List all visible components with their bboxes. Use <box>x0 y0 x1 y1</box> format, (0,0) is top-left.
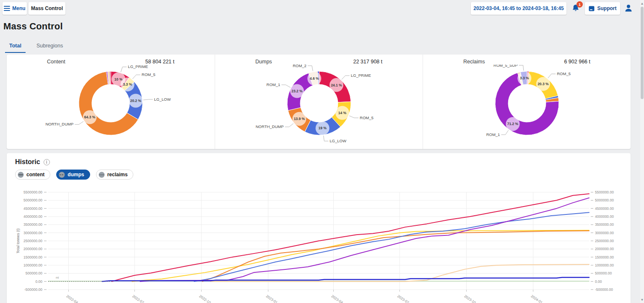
svg-text:71.2 %: 71.2 % <box>507 122 519 126</box>
date-range-picker[interactable]: 2022-03-04, 16:45 to 2024-03-18, 16:45 <box>471 2 566 15</box>
svg-text:ROM_1: ROM_1 <box>486 132 500 137</box>
person-icon <box>623 3 634 13</box>
svg-text:13.9 %: 13.9 % <box>294 117 305 121</box>
svg-text:ROM_5_SUP: ROM_5_SUP <box>493 65 518 67</box>
svg-text:1000000.00: 1000000.00 <box>595 263 614 267</box>
tab-subregions[interactable]: Subregions <box>32 40 67 53</box>
content-total-value: 58 804 221 t <box>145 59 174 65</box>
content-line-style-icon <box>18 172 24 178</box>
date-range-label: 2022-03-04, 16:45 to 2024-03-18, 16:45 <box>473 5 564 11</box>
svg-text:2000000.00: 2000000.00 <box>23 247 42 251</box>
user-profile-button[interactable] <box>623 3 634 14</box>
svg-text:2024-01-01 00:00: 2024-01-01 00:00 <box>530 294 556 303</box>
notifications-button[interactable]: 1 <box>570 3 581 14</box>
svg-text:1000000.00: 1000000.00 <box>23 263 42 267</box>
info-icon[interactable]: i <box>44 159 50 165</box>
svg-text:24.1 %: 24.1 % <box>331 83 342 87</box>
page-title: Mass Control <box>3 21 63 32</box>
dumps-donut-chart[interactable]: 24.1 %LG_PRIME14 %ROM_519 %LG_LOW13.9 %N… <box>215 65 423 145</box>
svg-text:64.3 %: 64.3 % <box>84 115 96 119</box>
svg-text:5000000.00: 5000000.00 <box>595 198 614 202</box>
historic-legend: content dumps reclaims <box>15 170 133 180</box>
support-label: Support <box>597 5 617 11</box>
app-breadcrumb-chip[interactable]: Mass Control <box>29 2 65 15</box>
svg-text:3.3 %: 3.3 % <box>123 82 132 86</box>
svg-text:3000000.00: 3000000.00 <box>595 231 614 235</box>
reclaims-total-value: 6 902 966 t <box>564 59 590 65</box>
svg-text:1500000.00: 1500000.00 <box>595 255 614 259</box>
svg-text:2023-04-01 00:00: 2023-04-01 00:00 <box>330 294 356 303</box>
svg-text:5500000.00: 5500000.00 <box>23 190 42 194</box>
svg-text:4000000.00: 4000000.00 <box>23 214 42 219</box>
legend-pill-content[interactable]: content <box>15 170 50 180</box>
svg-text:4500000.00: 4500000.00 <box>23 206 42 211</box>
menu-button[interactable]: Menu <box>3 2 27 15</box>
svg-text:LG_LOW: LG_LOW <box>154 97 171 102</box>
reclaims-donut-chart[interactable]: 20.3 %ROM_571.2 %ROM_13.3 %ROM_5_SUP <box>423 65 631 145</box>
historic-line-chart[interactable]: 2022-04-01 00:002022-07-01 00:002022-10-… <box>7 183 631 303</box>
svg-text:2500000.00: 2500000.00 <box>23 239 42 243</box>
svg-text:10 %: 10 % <box>114 77 123 81</box>
svg-text:5500000.00: 5500000.00 <box>595 190 614 194</box>
totals-card: Content 58 804 221 t 10 %LG_PRIME3.3 %RO… <box>7 55 631 149</box>
menu-label: Menu <box>12 5 25 11</box>
historic-title: Historic <box>15 158 40 166</box>
svg-text:2022-04-01 00:00: 2022-04-01 00:00 <box>65 294 91 303</box>
svg-text:20.3 %: 20.3 % <box>538 82 549 86</box>
tab-total[interactable]: Total <box>5 40 26 53</box>
scrollbar-up-arrow[interactable]: ▲ <box>640 1 644 6</box>
svg-text:2023-07-01 00:00: 2023-07-01 00:00 <box>397 294 422 303</box>
svg-text:500000.00: 500000.00 <box>595 271 612 275</box>
svg-text:19 %: 19 % <box>318 126 327 130</box>
svg-text:ml: ml <box>56 276 59 279</box>
reclaims-label: Reclaims <box>463 59 485 65</box>
svg-text:NORTH_DUMP: NORTH_DUMP <box>256 124 284 129</box>
scrollbar-thumb[interactable] <box>641 7 644 99</box>
svg-text:1500000.00: 1500000.00 <box>23 255 42 259</box>
svg-text:2022-07-01 00:00: 2022-07-01 00:00 <box>132 294 157 303</box>
support-button[interactable]: Support <box>585 2 620 15</box>
svg-text:NORTH_DUMP: NORTH_DUMP <box>45 122 73 126</box>
reclaims-panel: Reclaims 6 902 966 t 20.3 %ROM_571.2 %RO… <box>423 55 631 149</box>
reclaims-line-style-icon <box>99 172 105 178</box>
svg-text:500000.00: 500000.00 <box>26 271 42 275</box>
svg-text:2000000.00: 2000000.00 <box>595 247 614 251</box>
support-icon <box>589 6 595 11</box>
svg-text:2022-10-01 00:00: 2022-10-01 00:00 <box>198 294 224 303</box>
top-bar: Menu Mass Control 2022-03-04, 16:45 to 2… <box>0 0 644 17</box>
legend-pill-dumps[interactable]: dumps <box>56 170 90 180</box>
svg-text:20.2 %: 20.2 % <box>130 99 141 103</box>
svg-text:2500000.00: 2500000.00 <box>595 239 614 243</box>
content-panel: Content 58 804 221 t 10 %LG_PRIME3.3 %RO… <box>7 55 215 149</box>
dumps-line-style-icon <box>59 172 65 178</box>
scrollbar-down-arrow[interactable]: ▼ <box>640 297 644 302</box>
svg-text:4000000.00: 4000000.00 <box>595 214 614 219</box>
tab-bar: Total Subregions <box>5 40 67 53</box>
historic-card: Historic i content dumps reclaims 2022-0… <box>7 153 631 303</box>
svg-text:3.3 %: 3.3 % <box>520 76 529 80</box>
svg-text:14 %: 14 % <box>338 111 347 115</box>
mass-control-page: Menu Mass Control 2022-03-04, 16:45 to 2… <box>0 0 644 303</box>
svg-text:ROM_5: ROM_5 <box>142 72 156 77</box>
svg-text:-500000.00: -500000.00 <box>595 287 613 292</box>
svg-text:5000000.00: 5000000.00 <box>23 198 42 202</box>
svg-text:3000000.00: 3000000.00 <box>23 231 42 235</box>
svg-text:4500000.00: 4500000.00 <box>595 206 614 211</box>
svg-text:LG_PRIME: LG_PRIME <box>128 65 148 69</box>
content-donut-chart[interactable]: 10 %LG_PRIME3.3 %ROM_520.2 %LG_LOW64.3 %… <box>7 65 215 145</box>
svg-text:0.00: 0.00 <box>595 279 602 284</box>
svg-text:ROM_2: ROM_2 <box>293 65 306 68</box>
dumps-label: Dumps <box>255 59 272 65</box>
notification-badge: 1 <box>576 1 583 8</box>
svg-text:ROM_5: ROM_5 <box>557 71 571 76</box>
svg-text:0.00: 0.00 <box>35 279 42 284</box>
svg-text:ROM_1: ROM_1 <box>267 82 280 87</box>
svg-text:LG_PRIME: LG_PRIME <box>351 73 371 78</box>
legend-pill-reclaims[interactable]: reclaims <box>96 170 134 180</box>
window-scrollbar[interactable]: ▲ ▼ <box>640 0 644 303</box>
svg-text:3500000.00: 3500000.00 <box>595 222 614 227</box>
svg-text:2023-01-01 00:00: 2023-01-01 00:00 <box>265 294 291 303</box>
hamburger-icon <box>4 5 10 12</box>
dumps-panel: Dumps 22 317 908 t 24.1 %LG_PRIME14 %ROM… <box>215 55 423 149</box>
svg-text:23.2 %: 23.2 % <box>291 89 303 93</box>
